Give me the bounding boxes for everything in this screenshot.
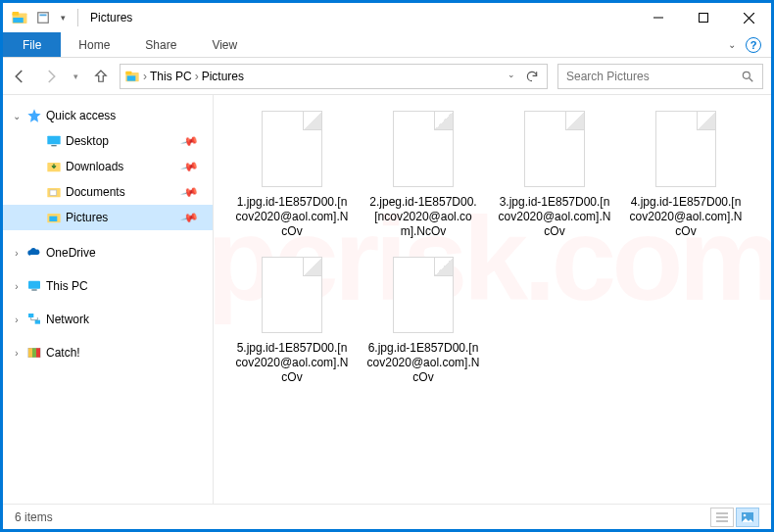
view-details-button[interactable] — [710, 508, 734, 527]
address-dropdown-icon[interactable]: ⌄ — [508, 70, 515, 83]
forward-button[interactable] — [42, 68, 60, 85]
file-icon — [388, 257, 459, 335]
svg-rect-14 — [47, 136, 60, 145]
explorer-window: ▾ Pictures File Home Share View ⌄ ? ▾ › — [0, 0, 774, 532]
svg-rect-20 — [49, 217, 57, 221]
expand-icon[interactable]: › — [11, 314, 23, 325]
sidebar-label: Quick access — [46, 109, 116, 122]
folder-icon — [124, 69, 140, 84]
separator — [77, 9, 78, 26]
expand-icon[interactable]: › — [11, 348, 23, 359]
sidebar-item-label: Catch! — [46, 346, 80, 360]
recent-dropdown-icon[interactable]: ▾ — [73, 72, 78, 81]
file-name: 1.jpg.id-1E857D00.[ncov2020@aol.com].NcO… — [235, 195, 349, 239]
tab-home[interactable]: Home — [61, 32, 127, 57]
sidebar-item-downloads[interactable]: Downloads 📌 — [3, 154, 213, 179]
address-row: ▾ › This PC › Pictures ⌄ — [3, 58, 771, 95]
ribbon-tabs: File Home Share View ⌄ ? — [3, 32, 771, 58]
file-item[interactable]: 3.jpg.id-1E857D00.[ncov2020@aol.com].NcO… — [498, 111, 611, 239]
file-icon — [257, 111, 327, 189]
svg-rect-10 — [125, 71, 131, 73]
expand-icon[interactable]: › — [11, 248, 23, 259]
refresh-icon[interactable] — [525, 70, 539, 83]
help-icon[interactable]: ? — [746, 37, 761, 53]
svg-rect-1 — [13, 12, 20, 16]
svg-rect-23 — [28, 314, 33, 317]
content-pane[interactable]: pcrisk.com 1.jpg.id-1E857D00.[ncov2020@a… — [214, 95, 771, 504]
breadcrumb-pictures[interactable]: Pictures — [202, 70, 244, 83]
file-grid: 1.jpg.id-1E857D00.[ncov2020@aol.com].NcO… — [235, 111, 765, 385]
this-pc-icon — [26, 278, 42, 294]
desktop-icon — [46, 133, 62, 149]
status-bar: 6 items — [3, 504, 771, 529]
svg-rect-3 — [38, 13, 49, 24]
pin-icon: 📌 — [180, 208, 200, 227]
svg-rect-27 — [32, 348, 36, 357]
downloads-icon — [46, 159, 62, 174]
back-button[interactable] — [11, 68, 28, 85]
view-icons-button[interactable] — [736, 508, 759, 527]
file-item[interactable]: 6.jpg.id-1E857D00.[ncov2020@aol.com].NcO… — [366, 257, 480, 385]
qat-dropdown-icon[interactable]: ▾ — [56, 7, 70, 28]
minimize-button[interactable] — [636, 3, 681, 32]
search-box[interactable] — [557, 64, 763, 89]
pin-icon: 📌 — [180, 131, 200, 151]
sidebar-quick-access[interactable]: ⌄ Quick access — [3, 103, 213, 128]
catch-icon — [26, 345, 42, 361]
svg-rect-4 — [40, 15, 47, 17]
sidebar-item-label: This PC — [46, 279, 88, 293]
pin-icon: 📌 — [180, 182, 200, 202]
star-icon — [26, 108, 42, 123]
sidebar-item-pictures[interactable]: Pictures 📌 — [3, 205, 213, 230]
tab-share[interactable]: Share — [127, 32, 194, 57]
sidebar-catch[interactable]: › Catch! — [3, 340, 213, 365]
sidebar-item-label: Desktop — [66, 134, 109, 148]
svg-rect-15 — [51, 145, 56, 146]
file-item[interactable]: 5.jpg.id-1E857D00.[ncov2020@aol.com].NcO… — [235, 257, 349, 385]
search-icon[interactable] — [741, 70, 754, 83]
qat-properties-icon[interactable] — [32, 7, 54, 28]
ribbon-expand-icon[interactable]: ⌄ — [728, 39, 736, 50]
sidebar-item-label: Pictures — [66, 211, 108, 224]
chevron-right-icon[interactable]: › — [195, 70, 199, 83]
file-icon — [519, 111, 590, 189]
chevron-right-icon[interactable]: › — [143, 70, 147, 83]
file-icon — [388, 111, 459, 189]
file-tab[interactable]: File — [3, 32, 61, 57]
sidebar-network[interactable]: › Network — [3, 307, 213, 332]
sidebar-item-desktop[interactable]: Desktop 📌 — [3, 128, 213, 154]
up-button[interactable] — [92, 68, 110, 85]
close-button[interactable] — [726, 3, 771, 32]
sidebar-item-label: Downloads — [66, 160, 123, 173]
svg-rect-18 — [50, 190, 57, 195]
svg-rect-26 — [28, 348, 32, 357]
navigation-pane: ⌄ Quick access Desktop 📌 Downloads 📌 Doc… — [3, 95, 214, 504]
breadcrumb-this-pc[interactable]: This PC — [150, 70, 192, 83]
title-bar: ▾ Pictures — [3, 3, 771, 32]
file-name: 6.jpg.id-1E857D00.[ncov2020@aol.com].NcO… — [366, 341, 480, 385]
svg-rect-28 — [36, 348, 40, 357]
pin-icon: 📌 — [180, 157, 200, 176]
svg-rect-2 — [13, 18, 24, 23]
address-bar[interactable]: › This PC › Pictures ⌄ — [120, 64, 548, 89]
file-icon — [651, 111, 721, 189]
svg-point-33 — [744, 513, 747, 516]
file-item[interactable]: 4.jpg.id-1E857D00.[ncov2020@aol.com].NcO… — [629, 111, 743, 239]
collapse-icon[interactable]: ⌄ — [11, 111, 23, 121]
search-input[interactable] — [566, 70, 741, 83]
sidebar-item-label: Documents — [66, 185, 125, 199]
svg-rect-6 — [700, 14, 708, 23]
file-item[interactable]: 2.jpeg.id-1E857D00.[ncov2020@aol.com].Nc… — [366, 111, 480, 239]
window-title: Pictures — [90, 11, 132, 24]
sidebar-onedrive[interactable]: › OneDrive — [3, 240, 213, 266]
file-name: 2.jpeg.id-1E857D00.[ncov2020@aol.com].Nc… — [366, 195, 480, 239]
file-icon — [257, 257, 327, 335]
sidebar-this-pc[interactable]: › This PC — [3, 273, 213, 299]
pictures-icon — [46, 210, 62, 225]
sidebar-item-documents[interactable]: Documents 📌 — [3, 179, 213, 205]
tab-view[interactable]: View — [194, 32, 255, 57]
maximize-button[interactable] — [681, 3, 726, 32]
expand-icon[interactable]: › — [11, 281, 23, 292]
folder-app-icon — [9, 7, 30, 28]
file-item[interactable]: 1.jpg.id-1E857D00.[ncov2020@aol.com].NcO… — [235, 111, 349, 239]
